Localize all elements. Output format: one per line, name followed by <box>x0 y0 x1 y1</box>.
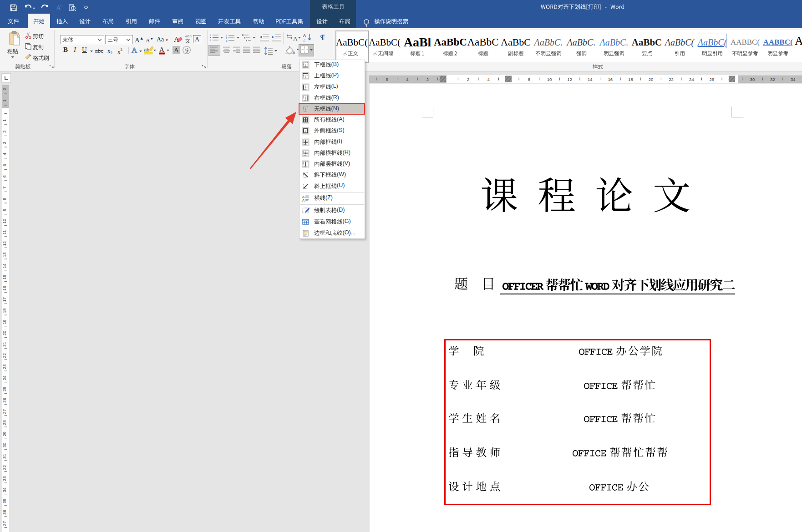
svg-text:32: 32 <box>2 465 7 470</box>
svg-text:32: 32 <box>770 77 775 82</box>
svg-text:26: 26 <box>2 398 7 403</box>
svg-text:3: 3 <box>2 142 7 144</box>
svg-text:26: 26 <box>710 77 715 82</box>
svg-text:17: 17 <box>2 297 7 302</box>
svg-text:15: 15 <box>2 275 7 280</box>
svg-text:28: 28 <box>2 421 7 426</box>
svg-text:35: 35 <box>2 499 7 504</box>
svg-text:8: 8 <box>528 77 530 82</box>
svg-text:7: 7 <box>2 187 7 189</box>
svg-text:25: 25 <box>2 387 7 392</box>
svg-text:22: 22 <box>2 353 7 358</box>
svg-text:33: 33 <box>2 476 7 481</box>
svg-text:30: 30 <box>750 77 755 82</box>
svg-text:6: 6 <box>2 175 7 177</box>
svg-text:4: 4 <box>487 77 490 82</box>
svg-text:13: 13 <box>2 253 7 258</box>
svg-text:20: 20 <box>2 331 7 336</box>
svg-text:16: 16 <box>2 286 7 291</box>
svg-text:A: A <box>302 198 305 202</box>
svg-text:11: 11 <box>2 230 7 235</box>
svg-text:6: 6 <box>386 77 388 82</box>
svg-text:4: 4 <box>2 153 7 155</box>
svg-text:29: 29 <box>2 431 7 436</box>
svg-text:36: 36 <box>2 510 7 515</box>
svg-text:27: 27 <box>2 409 7 414</box>
svg-text:10: 10 <box>2 219 7 224</box>
svg-text:14: 14 <box>588 77 593 82</box>
svg-text:9: 9 <box>2 209 7 211</box>
svg-text:14: 14 <box>2 263 7 269</box>
svg-text:19: 19 <box>2 319 7 324</box>
svg-text:30: 30 <box>2 443 7 448</box>
svg-text:37: 37 <box>2 521 7 526</box>
svg-text:34: 34 <box>2 487 7 492</box>
svg-text:20: 20 <box>649 77 654 82</box>
svg-text:5: 5 <box>2 164 7 166</box>
svg-text:24: 24 <box>2 375 7 380</box>
svg-text:18: 18 <box>2 309 7 314</box>
svg-text:1: 1 <box>2 119 7 122</box>
svg-text:34: 34 <box>791 77 796 82</box>
svg-text:23: 23 <box>2 365 7 370</box>
svg-text:2: 2 <box>2 131 7 133</box>
svg-text:31: 31 <box>2 454 7 459</box>
svg-text:21: 21 <box>2 342 7 347</box>
svg-text:2: 2 <box>426 77 429 82</box>
svg-text:1: 1 <box>2 99 7 101</box>
svg-text:8: 8 <box>2 198 7 200</box>
svg-text:2: 2 <box>467 77 469 82</box>
svg-text:18: 18 <box>628 77 633 82</box>
svg-text:12: 12 <box>567 77 572 82</box>
svg-text:16: 16 <box>608 77 613 82</box>
svg-text:4: 4 <box>406 77 408 82</box>
svg-text:12: 12 <box>2 241 7 246</box>
svg-text:22: 22 <box>669 77 674 82</box>
svg-text:2: 2 <box>2 88 7 91</box>
svg-text:10: 10 <box>547 77 552 82</box>
svg-text:24: 24 <box>689 77 694 82</box>
